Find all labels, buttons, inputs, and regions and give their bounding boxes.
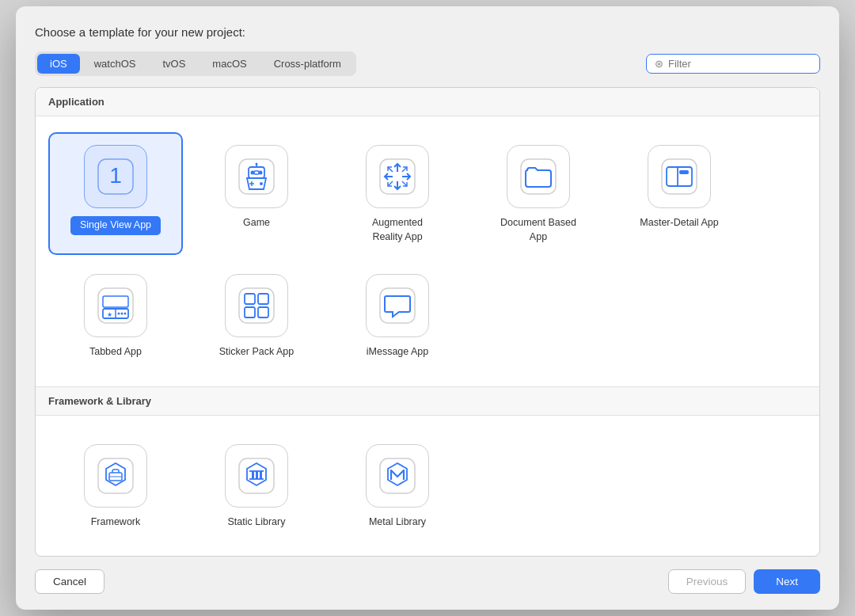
svg-rect-48 — [260, 471, 262, 479]
template-static-library[interactable]: Static Library — [189, 432, 324, 541]
single-view-app-label: Single View App — [70, 216, 161, 235]
framework-label: Framework — [91, 515, 141, 530]
tab-crossplatform[interactable]: Cross-platform — [261, 54, 354, 74]
template-sticker-pack[interactable]: Sticker Pack App — [189, 261, 324, 371]
tab-tvos[interactable]: tvOS — [150, 54, 198, 74]
template-augmented-reality[interactable]: Augmented Reality App — [330, 132, 465, 255]
augmented-reality-icon — [366, 145, 429, 208]
platform-tabs: iOS watchOS tvOS macOS Cross-platform — [35, 51, 356, 76]
svg-point-11 — [260, 182, 263, 185]
tab-macos[interactable]: macOS — [200, 54, 259, 74]
framework-icon — [84, 444, 147, 508]
section-header-framework: Framework & Library — [36, 387, 819, 416]
dialog-title: Choose a template for your new project: — [35, 25, 820, 39]
next-button[interactable]: Next — [754, 569, 820, 594]
tabbed-app-icon: ★ — [84, 274, 147, 337]
previous-button[interactable]: Previous — [668, 569, 747, 594]
imessage-label: iMessage App — [367, 345, 429, 359]
svg-point-32 — [124, 313, 127, 315]
metal-library-label: Metal Library — [369, 515, 426, 530]
template-document-based[interactable]: Document Based App — [471, 132, 606, 255]
template-metal-library[interactable]: Metal Library — [330, 432, 465, 541]
document-based-icon — [507, 145, 570, 208]
template-tabbed-app[interactable]: ★ Tabbed App — [48, 261, 183, 371]
metal-library-icon — [366, 444, 429, 508]
svg-point-30 — [118, 313, 120, 315]
framework-templates-grid: Framework Sta — [36, 416, 819, 557]
svg-rect-46 — [252, 471, 254, 479]
static-library-icon — [225, 444, 288, 508]
svg-rect-47 — [256, 471, 258, 479]
template-content-area: Application 1 Single View App — [35, 87, 820, 557]
augmented-reality-label: Augmented Reality App — [372, 216, 423, 244]
section-header-application: Application — [36, 88, 819, 116]
tab-ios[interactable]: iOS — [37, 54, 80, 74]
template-single-view-app[interactable]: 1 Single View App — [48, 132, 183, 255]
filter-input[interactable] — [668, 58, 811, 70]
sticker-pack-label: Sticker Pack App — [219, 345, 294, 359]
project-template-dialog: Choose a template for your new project: … — [16, 6, 839, 610]
svg-rect-25 — [679, 170, 689, 174]
template-framework[interactable]: Framework — [48, 432, 183, 541]
tab-watchos[interactable]: watchOS — [82, 54, 149, 74]
svg-text:1: 1 — [109, 163, 122, 188]
master-detail-label: Master-Detail App — [640, 216, 718, 230]
master-detail-icon — [648, 145, 711, 208]
template-master-detail[interactable]: Master-Detail App — [612, 132, 747, 255]
filter-icon: ⊛ — [655, 58, 663, 70]
game-label: Game — [243, 216, 270, 230]
imessage-icon — [366, 274, 429, 337]
sticker-pack-icon — [225, 274, 288, 337]
application-templates-grid: 1 Single View App — [36, 116, 819, 386]
game-icon — [225, 145, 288, 208]
static-library-label: Static Library — [228, 515, 286, 530]
template-game[interactable]: Game — [189, 132, 324, 255]
document-based-label: Document Based App — [500, 216, 576, 244]
cancel-button[interactable]: Cancel — [35, 569, 104, 594]
template-imessage[interactable]: iMessage App — [330, 261, 465, 371]
tabbed-app-label: Tabbed App — [89, 345, 142, 359]
svg-point-31 — [121, 313, 124, 315]
single-view-app-icon: 1 — [84, 145, 147, 208]
svg-rect-34 — [239, 288, 274, 323]
svg-text:★: ★ — [107, 311, 112, 318]
filter-box: ⊛ — [646, 54, 820, 74]
dialog-footer: Cancel Previous Next — [35, 569, 820, 594]
nav-buttons: Previous Next — [668, 569, 820, 594]
svg-point-8 — [256, 163, 258, 165]
tabs-filter-row: iOS watchOS tvOS macOS Cross-platform ⊛ — [35, 51, 820, 76]
